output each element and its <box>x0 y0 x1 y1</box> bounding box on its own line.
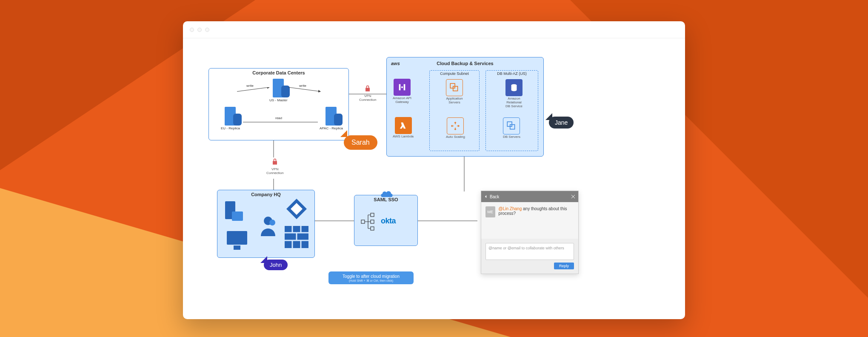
diagram-canvas[interactable]: Corporate Data Centers US - Master EU - … <box>183 38 685 319</box>
aws-cloud-box[interactable]: aws Cloud Backup & Services Amazon API G… <box>386 57 544 157</box>
lock-icon <box>363 84 372 94</box>
cloud-icon <box>380 188 394 197</box>
comment-mention[interactable]: @Lin Zhang <box>499 206 522 211</box>
desktop-icon <box>225 229 251 251</box>
write-label-2: write <box>299 84 306 88</box>
read-label: read <box>275 116 282 120</box>
server-icon <box>273 79 284 97</box>
server-icon <box>225 107 236 126</box>
comments-input[interactable]: @name or @email to collaborate with othe… <box>485 243 574 260</box>
eu-replica-label: EU - Replica <box>221 126 240 130</box>
browser-window: Corporate Data Centers US - Master EU - … <box>183 21 685 319</box>
toggle-main-label: Toggle to after cloud migration <box>343 274 400 279</box>
svg-rect-4 <box>510 125 515 129</box>
svg-rect-12 <box>227 231 247 245</box>
compute-subnet-title: Compute Subnet <box>430 71 479 77</box>
comments-input-area: @name or @email to collaborate with othe… <box>481 239 578 274</box>
devices-icon <box>223 200 245 225</box>
lambda-node[interactable]: AWS Lambda <box>393 117 414 139</box>
rds-caption: Amazon Relational DB Service <box>501 97 527 108</box>
aws-title: Cloud Backup & Services <box>387 59 543 67</box>
auto-scaling-icon <box>447 117 464 134</box>
svg-rect-13 <box>234 246 240 250</box>
svg-point-11 <box>269 220 275 226</box>
write-label-1: write <box>246 84 254 88</box>
vpn-label-1: VPN Connection <box>359 94 376 102</box>
rds-icon <box>505 79 523 96</box>
app-servers-icon <box>446 79 463 96</box>
lambda-icon <box>395 117 412 134</box>
corporate-datacenters-box[interactable]: Corporate Data Centers US - Master EU - … <box>208 68 349 140</box>
okta-logo: okta <box>381 217 396 226</box>
comment-text: @Lin Zhang any thoughts about this proce… <box>499 206 574 217</box>
vpn-connection-1[interactable]: VPN Connection <box>359 84 376 102</box>
lambda-caption: AWS Lambda <box>393 135 414 139</box>
comments-back-button[interactable]: Back <box>490 194 499 199</box>
svg-rect-1 <box>453 86 458 91</box>
svg-rect-3 <box>508 122 512 126</box>
company-hq-title: Company HQ <box>217 190 314 198</box>
cursor-sarah: Sarah <box>344 135 377 150</box>
corporate-title: Corporate Data Centers <box>209 69 348 76</box>
api-gateway-caption: Amazon API Gateway <box>393 97 411 104</box>
lock-icon <box>271 157 279 167</box>
comments-panel[interactable]: Back ME @Lin Zhang any thoughts about th… <box>481 191 579 274</box>
svg-rect-23 <box>371 213 374 217</box>
browser-titlebar <box>183 21 685 38</box>
svg-rect-0 <box>450 83 455 88</box>
window-maximize-dot[interactable] <box>205 28 209 32</box>
db-multiaz-group[interactable]: DB Multi-AZ (US) Amazon Relational DB Se… <box>485 70 538 151</box>
firewall-icon <box>284 224 309 250</box>
cursor-jane: Jane <box>549 117 574 129</box>
rds-node[interactable]: Amazon Relational DB Service <box>501 79 527 108</box>
eu-replica-node[interactable]: EU - Replica <box>221 107 240 130</box>
chevron-left-icon <box>484 194 488 199</box>
cursor-sarah-label: Sarah <box>351 139 370 146</box>
svg-rect-9 <box>232 211 243 221</box>
app-servers-node[interactable]: Application Servers <box>446 79 463 105</box>
toggle-sub-label: (Hold Shift + ⌘ or Ctrl, then click) <box>335 279 407 283</box>
vpn-label-2: VPN Connection <box>266 168 283 175</box>
svg-rect-22 <box>361 220 365 223</box>
toggle-migration-button[interactable]: Toggle to after cloud migration (Hold Sh… <box>328 271 414 284</box>
cursor-john: John <box>264 260 288 270</box>
reply-button[interactable]: Reply <box>554 263 574 269</box>
auto-scaling-node[interactable]: Auto Scaling <box>446 117 465 139</box>
db-multiaz-title: DB Multi-AZ (US) <box>486 71 538 77</box>
window-close-dot[interactable] <box>190 28 194 32</box>
apac-replica-node[interactable]: APAC - Replica <box>320 107 343 130</box>
us-master-node[interactable]: US - Master <box>269 79 288 102</box>
close-icon[interactable] <box>571 194 576 199</box>
sso-tree-icon <box>360 212 375 231</box>
azure-ad-icon <box>286 198 308 220</box>
window-minimize-dot[interactable] <box>197 28 202 32</box>
user-icon <box>257 214 279 240</box>
auto-scaling-caption: Auto Scaling <box>446 135 465 139</box>
company-hq-box[interactable]: Company HQ <box>217 190 315 258</box>
comment-item: ME @Lin Zhang any thoughts about this pr… <box>481 202 578 222</box>
us-master-label: US - Master <box>269 98 288 102</box>
svg-rect-25 <box>371 227 374 230</box>
server-icon <box>326 107 337 126</box>
db-servers-node[interactable]: DB Servers <box>503 117 520 139</box>
vpn-connection-2[interactable]: VPN Connection <box>266 157 283 175</box>
db-servers-caption: DB Servers <box>503 135 520 139</box>
cursor-john-label: John <box>270 262 282 268</box>
compute-subnet-group[interactable]: Compute Subnet Application Servers Auto … <box>429 70 480 151</box>
db-servers-icon <box>503 117 520 134</box>
api-gateway-icon <box>394 79 411 96</box>
api-gateway-node[interactable]: Amazon API Gateway <box>393 79 411 104</box>
comments-header: Back <box>481 191 578 202</box>
comment-avatar: ME <box>485 206 495 217</box>
apac-replica-label: APAC - Replica <box>320 126 343 130</box>
saml-sso-box[interactable]: SAML SSO okta <box>354 195 418 246</box>
cursor-jane-label: Jane <box>555 119 568 126</box>
svg-rect-24 <box>371 220 374 223</box>
app-servers-caption: Application Servers <box>446 97 463 105</box>
